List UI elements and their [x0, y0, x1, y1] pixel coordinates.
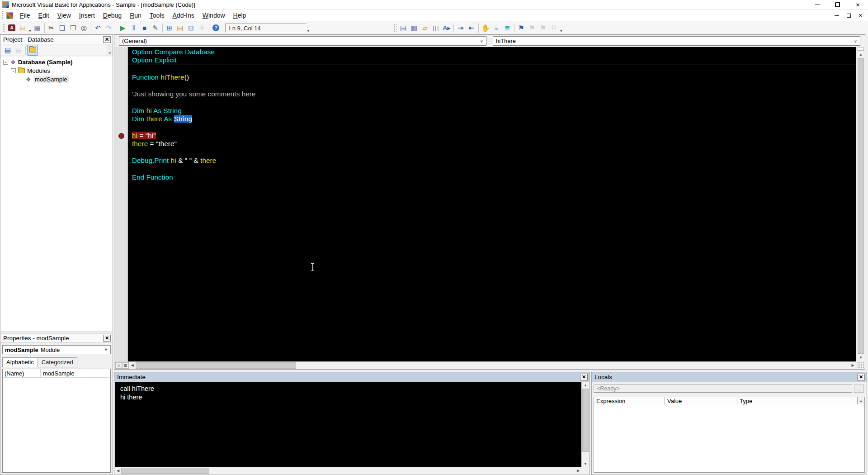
locals-more-button[interactable]: ...: [854, 385, 864, 393]
breakpoint-margin[interactable]: [115, 47, 128, 361]
restore-button[interactable]: [827, 0, 848, 10]
property-value[interactable]: modSample: [41, 369, 110, 377]
previous-bookmark-icon[interactable]: ⚑: [538, 23, 548, 33]
code-line[interactable]: Dim hi As String: [128, 107, 856, 115]
locals-table-body[interactable]: [594, 404, 865, 473]
locals-column-value[interactable]: Value: [665, 397, 737, 405]
next-bookmark-icon[interactable]: ⚑: [527, 23, 538, 33]
code-horizontal-scrollbar[interactable]: ≡ ≣ ◀ ▶: [115, 361, 856, 369]
indent-icon[interactable]: ⇥: [455, 23, 466, 33]
project-explorer-icon[interactable]: ⊞: [164, 23, 175, 33]
outdent-icon[interactable]: ⇤: [466, 23, 477, 33]
toolbar-grip[interactable]: [394, 24, 396, 33]
scroll-up-arrow[interactable]: ▲: [582, 382, 589, 388]
child-close-button[interactable]: ✕: [854, 11, 866, 19]
code-editor[interactable]: Option Compare DatabaseOption Explicit F…: [115, 47, 856, 361]
code-line[interactable]: [128, 98, 856, 106]
code-line[interactable]: there = "there": [128, 140, 856, 148]
project-toolbar-overflow[interactable]: ▾: [107, 44, 113, 56]
properties-panel-caption[interactable]: Properties - modSample ✕: [0, 333, 113, 343]
properties-object-combobox[interactable]: modSample Module ▼: [2, 345, 111, 354]
menu-help[interactable]: Help: [229, 10, 250, 20]
menu-run[interactable]: Run: [126, 10, 146, 20]
child-minimize-button[interactable]: [831, 11, 843, 19]
scroll-right-arrow[interactable]: ▶: [575, 467, 581, 474]
save-icon[interactable]: ▦: [32, 23, 43, 33]
properties-window-icon[interactable]: ▤: [175, 23, 186, 33]
collapse-toggle-icon[interactable]: -: [11, 68, 16, 73]
properties-panel-close-button[interactable]: ✕: [103, 335, 111, 342]
view-microsoft-access-icon[interactable]: A: [6, 23, 17, 33]
object-combobox[interactable]: (General) ∨: [119, 36, 486, 46]
project-panel-close-button[interactable]: ✕: [103, 36, 111, 43]
object-browser-icon[interactable]: ⊡: [186, 23, 197, 33]
uncomment-block-icon[interactable]: ≣: [502, 23, 513, 33]
code-line[interactable]: [128, 148, 856, 157]
code-line[interactable]: [128, 82, 856, 90]
comment-block-icon[interactable]: ≡: [491, 23, 502, 33]
toggle-bookmark-icon[interactable]: ⚑: [516, 23, 527, 33]
scroll-down-arrow[interactable]: ▼: [582, 461, 589, 467]
locals-caption[interactable]: Locals ✕: [592, 372, 867, 382]
view-code-button[interactable]: ▤: [2, 45, 13, 56]
find-icon[interactable]: ◎: [79, 23, 90, 33]
cut-icon[interactable]: ✂: [46, 23, 57, 33]
resize-grip[interactable]: [857, 361, 864, 369]
tree-item-modsample[interactable]: ❖modSample: [0, 75, 113, 84]
menu-add-ins[interactable]: Add-Ins: [169, 10, 198, 20]
list-constants-icon[interactable]: ▥: [409, 23, 420, 33]
quick-info-icon[interactable]: ▱: [420, 23, 430, 33]
toggle-folders-button[interactable]: [27, 45, 38, 56]
immediate-horizontal-scrollbar[interactable]: ◀ ▶: [115, 467, 581, 474]
procedure-view-button[interactable]: ≡: [115, 362, 122, 369]
code-line[interactable]: Debug.Print hi & " " & there: [128, 157, 856, 165]
menu-insert[interactable]: Insert: [75, 10, 99, 20]
reset-icon[interactable]: ■: [139, 23, 150, 33]
locals-column-type[interactable]: Type: [737, 397, 857, 405]
locals-column-expression[interactable]: Expression: [594, 397, 665, 405]
code-vertical-scrollbar[interactable]: ▲ ▼: [857, 47, 864, 361]
edit-toolbar-overflow[interactable]: ▾: [560, 28, 562, 34]
paste-icon[interactable]: ❐: [68, 23, 79, 33]
menu-window[interactable]: Window: [198, 10, 229, 20]
breakpoint-indicator[interactable]: [118, 133, 124, 139]
immediate-caption[interactable]: Immediate ✕: [114, 372, 590, 382]
design-mode-icon[interactable]: ✎: [150, 23, 161, 33]
code-line[interactable]: [128, 124, 856, 132]
locals-close-button[interactable]: ✕: [857, 374, 865, 380]
scroll-left-arrow[interactable]: ◀: [129, 362, 136, 369]
code-line[interactable]: Option Compare Database: [128, 48, 856, 56]
copy-icon[interactable]: ❏: [57, 23, 68, 33]
insert-object-dropdown[interactable]: ▾: [29, 28, 31, 34]
help-icon[interactable]: ?: [211, 23, 222, 33]
locals-scroll-up-arrow[interactable]: ▲: [857, 397, 865, 405]
insert-userform-icon[interactable]: ▤: [17, 23, 28, 33]
scroll-left-arrow[interactable]: ◀: [115, 467, 121, 474]
properties-grid[interactable]: (Name)modSample: [2, 369, 111, 473]
scrollbar-thumb[interactable]: [121, 468, 209, 474]
code-line[interactable]: End Function: [128, 173, 856, 181]
child-restore-button[interactable]: [843, 11, 854, 19]
full-module-view-button[interactable]: ≣: [122, 362, 129, 369]
scrollbar-thumb[interactable]: [858, 58, 864, 354]
code-text[interactable]: Option Compare DatabaseOption Explicit F…: [128, 47, 856, 361]
code-line[interactable]: 'Just showing you some comments here: [128, 90, 856, 98]
splitter-handle[interactable]: [858, 47, 864, 51]
list-properties-methods-icon[interactable]: ▤: [398, 23, 409, 33]
undo-icon[interactable]: ↶: [93, 23, 104, 33]
break-icon[interactable]: ‖: [128, 23, 139, 33]
toolbar-grip[interactable]: [2, 24, 5, 33]
tree-item-modules[interactable]: -Modules: [0, 66, 113, 75]
redo-icon[interactable]: ↷: [104, 23, 114, 33]
scroll-down-arrow[interactable]: ▼: [857, 354, 864, 361]
minimize-button[interactable]: [807, 0, 827, 10]
procedure-combobox[interactable]: hiThere ∨: [493, 36, 860, 46]
menu-debug[interactable]: Debug: [99, 10, 126, 20]
code-line[interactable]: Dim there As String: [128, 115, 856, 123]
tab-alphabetic[interactable]: Alphabetic: [2, 357, 38, 367]
tab-categorized[interactable]: Categorized: [38, 357, 77, 367]
toggle-breakpoint-icon[interactable]: ✋: [480, 23, 491, 33]
immediate-content[interactable]: call hiTherehi there: [115, 382, 581, 467]
code-window-icon[interactable]: [6, 12, 13, 19]
scrollbar-thumb[interactable]: [582, 389, 589, 452]
